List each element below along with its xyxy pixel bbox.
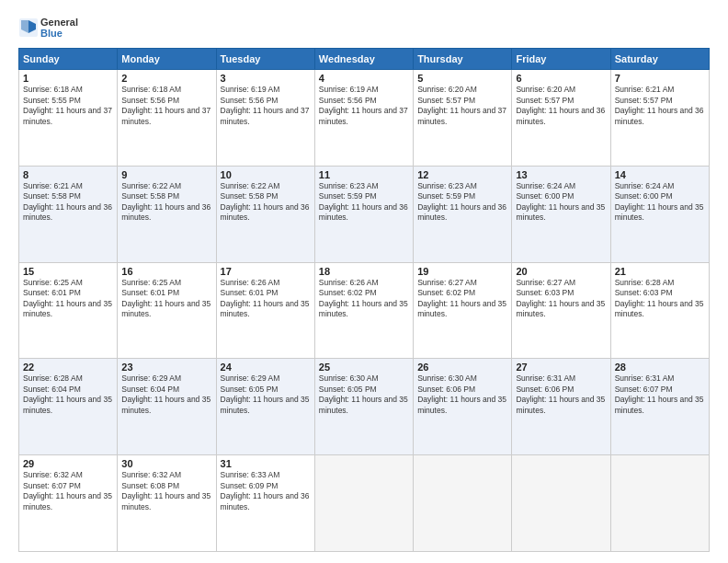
day-info: Sunrise: 6:32 AMSunset: 6:08 PMDaylight:… — [121, 470, 211, 512]
col-header-saturday: Saturday — [610, 49, 709, 70]
day-number: 17 — [221, 266, 311, 277]
day-number: 8 — [23, 169, 113, 180]
day-number: 27 — [516, 362, 606, 373]
day-info: Sunrise: 6:29 AMSunset: 6:04 PMDaylight:… — [121, 373, 211, 416]
day-info: Sunrise: 6:18 AMSunset: 5:56 PMDaylight:… — [121, 85, 211, 127]
calendar-cell: 12Sunrise: 6:23 AMSunset: 5:59 PMDayligh… — [414, 166, 512, 262]
day-number: 29 — [23, 458, 113, 469]
col-header-sunday: Sunday — [19, 49, 118, 70]
day-number: 28 — [615, 362, 705, 373]
day-number: 13 — [516, 169, 606, 180]
day-number: 6 — [516, 73, 606, 84]
day-number: 22 — [23, 362, 113, 373]
col-header-friday: Friday — [512, 49, 610, 70]
col-header-tuesday: Tuesday — [216, 49, 314, 70]
day-info: Sunrise: 6:29 AMSunset: 6:05 PMDaylight:… — [221, 373, 311, 416]
day-number: 16 — [121, 266, 211, 277]
calendar-cell: 4Sunrise: 6:19 AMSunset: 5:56 PMDaylight… — [314, 70, 413, 167]
day-number: 26 — [417, 362, 507, 373]
calendar-cell: 9Sunrise: 6:22 AMSunset: 5:58 PMDaylight… — [118, 166, 216, 262]
calendar-cell — [414, 455, 512, 552]
calendar-cell: 30Sunrise: 6:32 AMSunset: 6:08 PMDayligh… — [118, 455, 216, 552]
day-info: Sunrise: 6:31 AMSunset: 6:07 PMDaylight:… — [615, 373, 705, 416]
calendar-cell: 5Sunrise: 6:20 AMSunset: 5:57 PMDaylight… — [414, 70, 512, 167]
day-number: 5 — [417, 73, 507, 84]
day-info: Sunrise: 6:32 AMSunset: 6:07 PMDaylight:… — [23, 470, 113, 512]
calendar-cell — [512, 455, 610, 552]
day-number: 23 — [121, 362, 211, 373]
calendar-cell: 8Sunrise: 6:21 AMSunset: 5:58 PMDaylight… — [19, 166, 118, 262]
day-info: Sunrise: 6:31 AMSunset: 6:06 PMDaylight:… — [516, 373, 606, 416]
calendar-cell: 25Sunrise: 6:30 AMSunset: 6:05 PMDayligh… — [314, 359, 413, 455]
day-info: Sunrise: 6:22 AMSunset: 5:58 PMDaylight:… — [221, 181, 311, 224]
day-number: 14 — [615, 169, 705, 180]
day-number: 30 — [121, 458, 211, 469]
day-number: 2 — [121, 73, 211, 84]
day-info: Sunrise: 6:30 AMSunset: 6:06 PMDaylight:… — [417, 373, 507, 416]
calendar-cell — [610, 455, 709, 552]
calendar-cell: 26Sunrise: 6:30 AMSunset: 6:06 PMDayligh… — [414, 359, 512, 455]
day-number: 1 — [23, 73, 113, 84]
calendar-cell: 20Sunrise: 6:27 AMSunset: 6:03 PMDayligh… — [512, 262, 610, 359]
day-info: Sunrise: 6:27 AMSunset: 6:02 PMDaylight:… — [417, 278, 507, 320]
day-number: 7 — [615, 73, 705, 84]
day-number: 21 — [615, 266, 705, 277]
day-number: 24 — [221, 362, 311, 373]
calendar-cell: 29Sunrise: 6:32 AMSunset: 6:07 PMDayligh… — [19, 455, 118, 552]
page: General Blue SundayMondayTuesdayWednesda… — [0, 0, 728, 563]
day-number: 20 — [516, 266, 606, 277]
day-info: Sunrise: 6:30 AMSunset: 6:05 PMDaylight:… — [319, 373, 409, 416]
calendar-cell: 24Sunrise: 6:29 AMSunset: 6:05 PMDayligh… — [216, 359, 314, 455]
calendar-cell: 2Sunrise: 6:18 AMSunset: 5:56 PMDaylight… — [118, 70, 216, 167]
day-info: Sunrise: 6:28 AMSunset: 6:04 PMDaylight:… — [23, 373, 113, 416]
col-header-monday: Monday — [118, 49, 216, 70]
day-info: Sunrise: 6:25 AMSunset: 6:01 PMDaylight:… — [23, 278, 113, 320]
calendar-cell: 3Sunrise: 6:19 AMSunset: 5:56 PMDaylight… — [216, 70, 314, 167]
day-info: Sunrise: 6:18 AMSunset: 5:55 PMDaylight:… — [23, 85, 113, 127]
calendar-cell: 21Sunrise: 6:28 AMSunset: 6:03 PMDayligh… — [610, 262, 709, 359]
day-info: Sunrise: 6:19 AMSunset: 5:56 PMDaylight:… — [319, 85, 409, 127]
day-info: Sunrise: 6:24 AMSunset: 6:00 PMDaylight:… — [615, 181, 705, 224]
day-info: Sunrise: 6:20 AMSunset: 5:57 PMDaylight:… — [417, 85, 507, 127]
calendar-cell: 16Sunrise: 6:25 AMSunset: 6:01 PMDayligh… — [118, 262, 216, 359]
calendar-cell: 19Sunrise: 6:27 AMSunset: 6:02 PMDayligh… — [414, 262, 512, 359]
header: General Blue — [18, 17, 710, 39]
calendar-cell: 31Sunrise: 6:33 AMSunset: 6:09 PMDayligh… — [216, 455, 314, 552]
calendar-cell: 15Sunrise: 6:25 AMSunset: 6:01 PMDayligh… — [19, 262, 118, 359]
calendar-cell: 13Sunrise: 6:24 AMSunset: 6:00 PMDayligh… — [512, 166, 610, 262]
calendar-cell: 22Sunrise: 6:28 AMSunset: 6:04 PMDayligh… — [19, 359, 118, 455]
calendar-cell: 17Sunrise: 6:26 AMSunset: 6:01 PMDayligh… — [216, 262, 314, 359]
day-number: 9 — [121, 169, 211, 180]
day-number: 19 — [417, 266, 507, 277]
calendar-cell: 10Sunrise: 6:22 AMSunset: 5:58 PMDayligh… — [216, 166, 314, 262]
day-number: 3 — [221, 73, 311, 84]
day-info: Sunrise: 6:23 AMSunset: 5:59 PMDaylight:… — [417, 181, 507, 224]
day-info: Sunrise: 6:22 AMSunset: 5:58 PMDaylight:… — [121, 181, 211, 224]
logo-blue: Blue — [40, 28, 78, 39]
day-info: Sunrise: 6:27 AMSunset: 6:03 PMDaylight:… — [516, 278, 606, 320]
col-header-thursday: Thursday — [414, 49, 512, 70]
day-info: Sunrise: 6:21 AMSunset: 5:57 PMDaylight:… — [615, 85, 705, 127]
day-info: Sunrise: 6:20 AMSunset: 5:57 PMDaylight:… — [516, 85, 606, 127]
day-info: Sunrise: 6:21 AMSunset: 5:58 PMDaylight:… — [23, 181, 113, 224]
day-number: 15 — [23, 266, 113, 277]
logo-general: General — [40, 17, 78, 28]
day-number: 11 — [319, 169, 409, 180]
calendar-cell: 18Sunrise: 6:26 AMSunset: 6:02 PMDayligh… — [314, 262, 413, 359]
calendar-cell: 1Sunrise: 6:18 AMSunset: 5:55 PMDaylight… — [19, 70, 118, 167]
calendar-cell: 23Sunrise: 6:29 AMSunset: 6:04 PMDayligh… — [118, 359, 216, 455]
day-info: Sunrise: 6:28 AMSunset: 6:03 PMDaylight:… — [615, 278, 705, 320]
calendar-table: SundayMondayTuesdayWednesdayThursdayFrid… — [18, 48, 710, 552]
day-number: 25 — [319, 362, 409, 373]
calendar-cell: 27Sunrise: 6:31 AMSunset: 6:06 PMDayligh… — [512, 359, 610, 455]
day-info: Sunrise: 6:33 AMSunset: 6:09 PMDaylight:… — [221, 470, 311, 512]
day-info: Sunrise: 6:26 AMSunset: 6:02 PMDaylight:… — [319, 278, 409, 320]
day-number: 31 — [221, 458, 311, 469]
calendar-cell: 14Sunrise: 6:24 AMSunset: 6:00 PMDayligh… — [610, 166, 709, 262]
calendar-cell: 7Sunrise: 6:21 AMSunset: 5:57 PMDaylight… — [610, 70, 709, 167]
calendar-cell: 11Sunrise: 6:23 AMSunset: 5:59 PMDayligh… — [314, 166, 413, 262]
calendar-cell: 6Sunrise: 6:20 AMSunset: 5:57 PMDaylight… — [512, 70, 610, 167]
logo-flag-icon — [18, 17, 39, 38]
calendar-cell — [314, 455, 413, 552]
day-number: 12 — [417, 169, 507, 180]
